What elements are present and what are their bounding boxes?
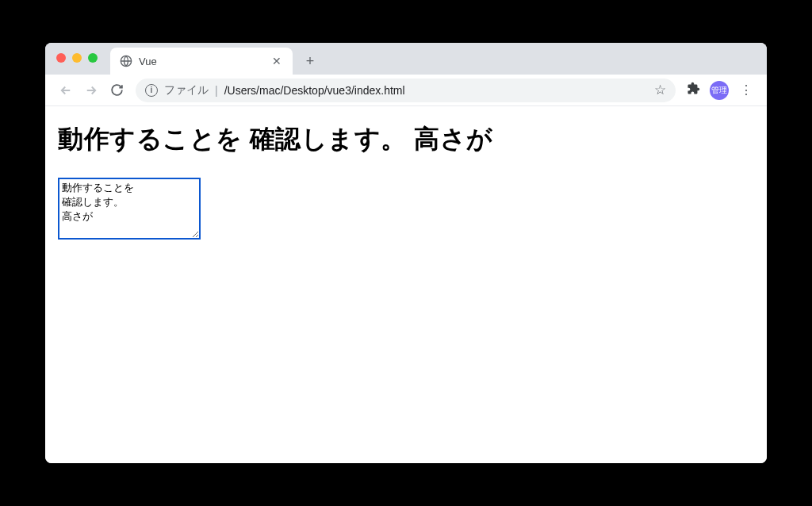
maximize-window-button[interactable]: [88, 53, 98, 63]
address-bar: i ファイル | /Users/mac/Desktop/vue3/index.h…: [45, 75, 767, 106]
page-content: 動作することを 確認します。 高さが: [45, 106, 767, 463]
tab-bar: Vue ✕ +: [45, 43, 767, 75]
globe-icon: [120, 55, 132, 67]
info-icon: i: [145, 84, 158, 97]
url-scheme-label: ファイル: [164, 83, 209, 98]
close-tab-button[interactable]: ✕: [270, 55, 283, 67]
url-input[interactable]: i ファイル | /Users/mac/Desktop/vue3/index.h…: [136, 79, 676, 102]
extensions-icon[interactable]: [684, 82, 703, 98]
browser-window: Vue ✕ + i ファイル | /Users/mac/Desktop/vue3…: [45, 43, 767, 463]
message-textarea[interactable]: [58, 178, 201, 240]
profile-badge[interactable]: 管理: [710, 81, 729, 100]
minimize-window-button[interactable]: [72, 53, 82, 63]
bookmark-star-icon[interactable]: ☆: [654, 82, 666, 98]
url-divider: |: [215, 84, 218, 97]
back-button[interactable]: [55, 79, 77, 102]
reload-button[interactable]: [105, 79, 128, 102]
browser-tab[interactable]: Vue ✕: [110, 48, 293, 75]
window-controls: [56, 53, 98, 63]
menu-button[interactable]: ⋮: [735, 79, 757, 102]
forward-button[interactable]: [80, 79, 102, 102]
page-heading: 動作することを 確認します。 高さが: [58, 122, 754, 157]
close-window-button[interactable]: [56, 53, 66, 63]
new-tab-button[interactable]: +: [299, 50, 321, 72]
url-path: /Users/mac/Desktop/vue3/index.html: [224, 84, 405, 97]
tab-title: Vue: [139, 56, 264, 67]
